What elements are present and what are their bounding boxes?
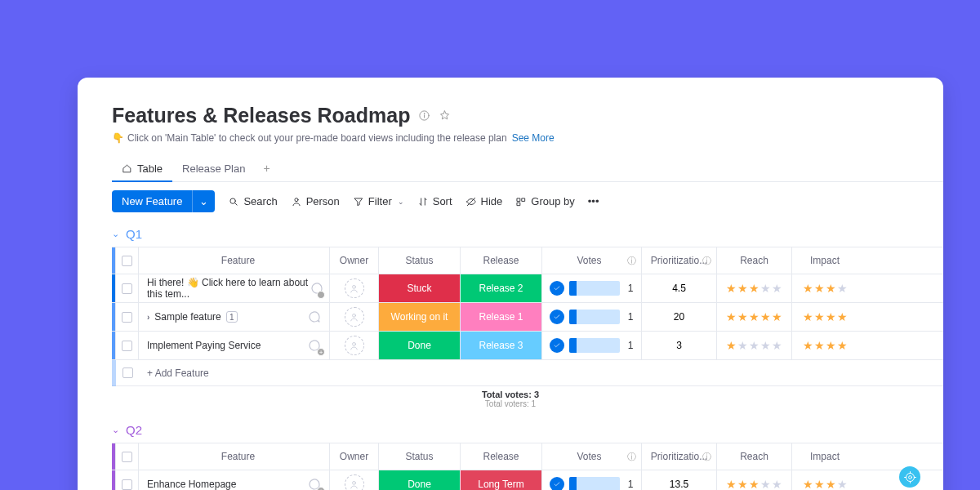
col-owner[interactable]: Owner — [330, 247, 379, 274]
col-reach[interactable]: Reach — [717, 247, 792, 274]
col-reach[interactable]: Reach — [717, 443, 792, 470]
prioritization-value[interactable]: 13.5 — [642, 470, 717, 490]
star-rating[interactable]: ★★★★★ — [726, 478, 782, 490]
group-totals: Total votes: 3Total voters: 1 — [379, 390, 642, 408]
feature-name[interactable]: Hi there! 👋 Click here to learn about th… — [147, 277, 309, 300]
conversation-icon[interactable]: + — [305, 336, 324, 355]
info-icon[interactable]: ⓘ — [702, 451, 711, 463]
see-more-link[interactable]: See More — [512, 132, 555, 144]
info-icon[interactable]: ⓘ — [702, 255, 711, 267]
add-tab-button[interactable]: + — [255, 155, 278, 181]
table-row: Hi there! 👋 Click here to learn about th… — [112, 274, 943, 303]
person-label: Person — [306, 195, 340, 207]
group-header[interactable]: ⌄Q1 — [112, 227, 943, 241]
release-chip[interactable]: Long Term — [461, 470, 541, 490]
col-feature[interactable]: Feature — [139, 443, 330, 470]
star-icon: ★ — [814, 339, 825, 352]
star-rating[interactable]: ★★★★ — [803, 310, 848, 323]
hide-button[interactable]: Hide — [466, 195, 503, 207]
star-icon: ★ — [837, 282, 848, 295]
col-status[interactable]: Status — [379, 247, 461, 274]
col-feature[interactable]: Feature — [139, 247, 330, 274]
col-prioritization[interactable]: Prioritizatio...ⓘ — [642, 443, 717, 470]
col-votes[interactable]: Votesⓘ — [542, 443, 642, 470]
col-status[interactable]: Status — [379, 443, 461, 470]
conversation-icon[interactable] — [309, 278, 324, 298]
status-chip[interactable]: Stuck — [379, 274, 460, 302]
conversation-icon[interactable]: + — [305, 474, 324, 490]
star-rating[interactable]: ★★★★★ — [726, 339, 782, 352]
owner-avatar[interactable] — [345, 307, 364, 327]
row-edge — [112, 360, 116, 386]
new-feature-button[interactable]: New Feature ⌄ — [112, 190, 215, 212]
feature-name[interactable]: Implement Paying Service — [147, 340, 261, 351]
prioritization-value[interactable]: 20 — [642, 303, 717, 331]
row-checkbox[interactable] — [122, 341, 132, 351]
col-release[interactable]: Release — [461, 247, 542, 274]
star-rating[interactable]: ★★★★ — [803, 339, 848, 352]
status-chip[interactable]: Working on it — [379, 303, 460, 331]
col-impact[interactable]: Impact — [792, 443, 858, 470]
star-rating[interactable]: ★★★★ — [803, 282, 848, 295]
feature-name[interactable]: Sample feature — [154, 311, 220, 323]
star-rating[interactable]: ★★★★★ — [726, 310, 782, 323]
vote-toggle[interactable] — [550, 338, 564, 353]
vote-toggle[interactable] — [550, 310, 564, 324]
group-header[interactable]: ⌄Q2 — [112, 423, 943, 437]
svg-point-16 — [908, 475, 911, 479]
group-by-button[interactable]: Group by — [515, 195, 574, 207]
info-icon[interactable]: ⓘ — [627, 255, 636, 267]
release-chip[interactable]: Release 2 — [461, 274, 541, 302]
col-prioritization[interactable]: Prioritizatio...ⓘ — [642, 247, 717, 274]
new-feature-caret-icon[interactable]: ⌄ — [192, 190, 215, 212]
owner-avatar[interactable] — [345, 336, 364, 355]
col-impact[interactable]: Impact — [792, 247, 858, 274]
star-icon: ★ — [760, 478, 771, 490]
conversation-icon[interactable] — [305, 307, 324, 327]
feature-name[interactable]: Enhance Homepage — [147, 479, 236, 490]
release-chip[interactable]: Release 1 — [461, 303, 541, 331]
tab-table[interactable]: Table — [112, 156, 172, 181]
tab-release-plan[interactable]: Release Plan — [172, 156, 255, 181]
subtitle-text: Click on 'Main Table' to check out your … — [127, 132, 507, 144]
release-chip[interactable]: Release 3 — [461, 332, 541, 359]
star-rating[interactable]: ★★★★ — [803, 478, 848, 490]
prioritization-value[interactable]: 4.5 — [642, 274, 717, 302]
table-row: Implement Paying Service+DoneRelease 313… — [112, 331, 943, 360]
filter-button[interactable]: Filter⌄ — [353, 195, 404, 207]
expand-icon[interactable]: › — [147, 313, 149, 322]
more-button[interactable]: ••• — [588, 195, 599, 207]
select-all-checkbox[interactable] — [122, 452, 132, 462]
star-rating[interactable]: ★★★★★ — [726, 282, 782, 295]
star-icon[interactable] — [439, 109, 451, 122]
info-icon[interactable]: ⓘ — [627, 451, 636, 463]
owner-avatar[interactable] — [345, 278, 364, 298]
row-checkbox[interactable] — [122, 283, 132, 294]
status-chip[interactable]: Done — [379, 332, 460, 359]
sort-button[interactable]: Sort — [417, 195, 452, 207]
chevron-down-icon: ⌄ — [112, 425, 119, 435]
vote-toggle[interactable] — [550, 281, 564, 296]
col-release[interactable]: Release — [461, 443, 542, 470]
col-owner[interactable]: Owner — [330, 443, 379, 470]
add-feature-row[interactable]: + Add Feature — [112, 360, 943, 386]
group-name: Q1 — [126, 227, 142, 241]
status-chip[interactable]: Done — [379, 470, 460, 490]
help-floating-button[interactable] — [899, 466, 920, 488]
person-button[interactable]: Person — [291, 195, 340, 207]
row-checkbox[interactable] — [122, 479, 132, 490]
bug-icon — [904, 471, 916, 483]
person-icon — [291, 196, 302, 207]
star-icon: ★ — [772, 339, 782, 352]
search-button[interactable]: Search — [228, 195, 277, 207]
owner-avatar[interactable] — [345, 474, 364, 490]
add-feature-label: + Add Feature — [147, 368, 209, 379]
vote-toggle[interactable] — [550, 477, 564, 490]
col-votes[interactable]: Votesⓘ — [542, 247, 642, 274]
row-checkbox[interactable] — [122, 312, 132, 323]
row-checkbox[interactable] — [122, 368, 133, 378]
star-icon: ★ — [726, 282, 737, 295]
info-icon[interactable] — [418, 109, 430, 122]
prioritization-value[interactable]: 3 — [642, 332, 717, 359]
select-all-checkbox[interactable] — [122, 256, 132, 266]
